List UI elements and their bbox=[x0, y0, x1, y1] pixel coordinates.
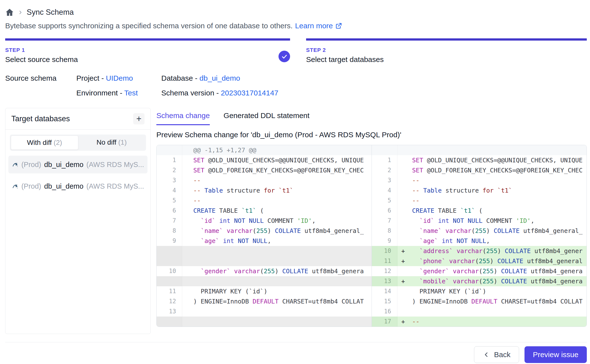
step-1-check-icon bbox=[279, 51, 290, 62]
footer-actions: Back Preview issue bbox=[5, 342, 587, 363]
diff-row: 17+-- bbox=[372, 317, 587, 327]
step-2-label: STEP 2 bbox=[306, 47, 587, 53]
line-number bbox=[372, 145, 397, 155]
code-line: -- Table structure for `t1` bbox=[182, 185, 372, 196]
code-line: PRIMARY KEY (`id`) bbox=[182, 286, 372, 296]
diff-sign bbox=[397, 216, 411, 226]
step-2-title: Select target databases bbox=[306, 55, 587, 64]
diff-row: 5-- bbox=[372, 196, 587, 206]
page-title: Sync Schema bbox=[27, 8, 74, 17]
code-line: -- bbox=[411, 196, 587, 206]
target-databases-panel: Target databases + With diff (2) No diff… bbox=[5, 108, 151, 334]
step-1: STEP 1 Select source schema bbox=[5, 38, 290, 64]
diff-row: 11+ `phone` varchar(255) COLLATE utf8mb4… bbox=[372, 256, 587, 266]
code-line: PRIMARY KEY (`id`) bbox=[411, 286, 587, 296]
diff-row: 9 `age` int NOT NULL, bbox=[372, 236, 587, 246]
tab-with-diff[interactable]: With diff (2) bbox=[11, 136, 78, 150]
diff-row: 2SET @OLD_FOREIGN_KEY_CHECKS=@@FOREIGN_K… bbox=[157, 165, 372, 175]
back-button[interactable]: Back bbox=[474, 346, 519, 363]
line-number: 9 bbox=[157, 236, 182, 246]
line-number: 3 bbox=[372, 175, 397, 185]
schema-diff-viewer: @@ -1,15 +1,27 @@1SET @OLD_UNIQUE_CHECKS… bbox=[156, 145, 587, 327]
home-icon[interactable] bbox=[5, 8, 14, 17]
page-description: Bytebase supports synchronizing a specif… bbox=[5, 22, 587, 30]
code-line: CREATE TABLE `t1` ( bbox=[182, 206, 372, 216]
database-link[interactable]: db_ui_demo bbox=[199, 74, 240, 82]
diff-sign: + bbox=[397, 256, 411, 266]
diff-sign bbox=[397, 236, 411, 246]
external-link-icon bbox=[335, 22, 342, 29]
database-list-item[interactable]: (Prod) db_ui_demo (AWS RDS MyS... bbox=[8, 156, 148, 173]
line-number: 2 bbox=[157, 165, 182, 175]
source-schema-label: Source schema bbox=[5, 74, 76, 82]
line-number bbox=[157, 246, 182, 266]
step-1-title: Select source schema bbox=[5, 55, 290, 64]
line-number: 10 bbox=[372, 246, 397, 256]
diff-row: 12) ENGINE=InnoDB DEFAULT CHARSET=utf8mb… bbox=[157, 296, 372, 306]
code-line: -- bbox=[411, 175, 587, 185]
preview-issue-button[interactable]: Preview issue bbox=[524, 346, 587, 363]
line-number: 17 bbox=[372, 317, 397, 327]
code-line: SET @OLD_UNIQUE_CHECKS=@@UNIQUE_CHECKS, … bbox=[182, 155, 372, 165]
step-2-progress-bar bbox=[306, 38, 587, 41]
code-line bbox=[182, 276, 372, 286]
diff-sign bbox=[397, 306, 411, 317]
target-databases-title: Target databases bbox=[11, 114, 70, 123]
line-number: 11 bbox=[372, 256, 397, 266]
learn-more-link[interactable]: Learn more bbox=[295, 22, 342, 30]
line-number: 14 bbox=[372, 286, 397, 296]
schema-version-link[interactable]: 20230317014147 bbox=[221, 89, 279, 97]
line-number: 7 bbox=[372, 216, 397, 226]
code-line: `gender` varchar(255) COLLATE utf8mb4_ge… bbox=[182, 266, 372, 276]
tab-generated-ddl[interactable]: Generated DDL statement bbox=[224, 111, 310, 125]
diff-row: 11 PRIMARY KEY (`id`) bbox=[157, 286, 372, 296]
diff-sign bbox=[397, 145, 411, 155]
diff-row: 3-- bbox=[157, 175, 372, 185]
code-line bbox=[182, 246, 372, 266]
diff-filter-tabs: With diff (2) No diff (1) bbox=[10, 135, 146, 151]
code-line: `address` varchar(255) COLLATE utf8mb4_g… bbox=[411, 246, 587, 256]
chevron-right-icon: › bbox=[19, 7, 22, 17]
target-database-list: (Prod) db_ui_demo (AWS RDS MyS... (Prod)… bbox=[8, 156, 148, 195]
database-list-item[interactable]: (Prod) db_ui_demo (AWS RDS MyS... bbox=[8, 177, 148, 195]
diff-row: 14 PRIMARY KEY (`id`) bbox=[372, 286, 587, 296]
add-target-database-button[interactable]: + bbox=[133, 113, 145, 124]
diff-row: 13+ `mobile` varchar(255) COLLATE utf8mb… bbox=[372, 276, 587, 286]
line-number: 10 bbox=[157, 266, 182, 276]
tab-no-diff[interactable]: No diff (1) bbox=[78, 136, 145, 150]
source-field-environment: Environment - Test bbox=[76, 89, 161, 97]
diff-sign bbox=[397, 185, 411, 196]
diff-row: 7 `id` int NOT NULL COMMENT 'ID', bbox=[372, 216, 587, 226]
code-line: `age` int NOT NULL, bbox=[182, 236, 372, 246]
line-number: 13 bbox=[157, 306, 182, 317]
line-number: 6 bbox=[372, 206, 397, 216]
code-line: `age` int NOT NULL, bbox=[411, 236, 587, 246]
tab-schema-change[interactable]: Schema change bbox=[156, 111, 210, 125]
diff-row: 10+ `address` varchar(255) COLLATE utf8m… bbox=[372, 246, 587, 256]
line-number: 15 bbox=[372, 296, 397, 306]
line-number: 9 bbox=[372, 236, 397, 246]
mysql-icon bbox=[12, 160, 18, 169]
code-line bbox=[411, 306, 587, 317]
preview-column: Schema change Generated DDL statement Pr… bbox=[156, 108, 587, 327]
diff-pane-target[interactable]: 1SET @OLD_UNIQUE_CHECKS=@@UNIQUE_CHECKS,… bbox=[372, 145, 587, 327]
line-number: 1 bbox=[157, 155, 182, 165]
diff-row: 10 `gender` varchar(255) COLLATE utf8mb4… bbox=[157, 266, 372, 276]
code-line: `id` int NOT NULL COMMENT 'ID', bbox=[411, 216, 587, 226]
card-divider bbox=[5, 129, 150, 130]
target-databases-header: Target databases + bbox=[5, 108, 150, 129]
line-number: 8 bbox=[372, 226, 397, 236]
diff-sign: + bbox=[397, 276, 411, 286]
diff-row: 4-- Table structure for `t1` bbox=[157, 185, 372, 196]
source-spacer bbox=[5, 89, 76, 97]
diff-sign bbox=[397, 226, 411, 236]
diff-row: 6CREATE TABLE `t1` ( bbox=[372, 206, 587, 216]
environment-link[interactable]: Test bbox=[124, 89, 138, 97]
step-2: STEP 2 Select target databases bbox=[306, 38, 587, 64]
diff-sign bbox=[397, 165, 411, 175]
project-link[interactable]: UIDemo bbox=[106, 74, 133, 82]
step-1-label: STEP 1 bbox=[5, 47, 290, 53]
line-number: 3 bbox=[157, 175, 182, 185]
code-line: SET @OLD_UNIQUE_CHECKS=@@UNIQUE_CHECKS, … bbox=[411, 155, 587, 165]
diff-pane-source[interactable]: @@ -1,15 +1,27 @@1SET @OLD_UNIQUE_CHECKS… bbox=[157, 145, 372, 327]
